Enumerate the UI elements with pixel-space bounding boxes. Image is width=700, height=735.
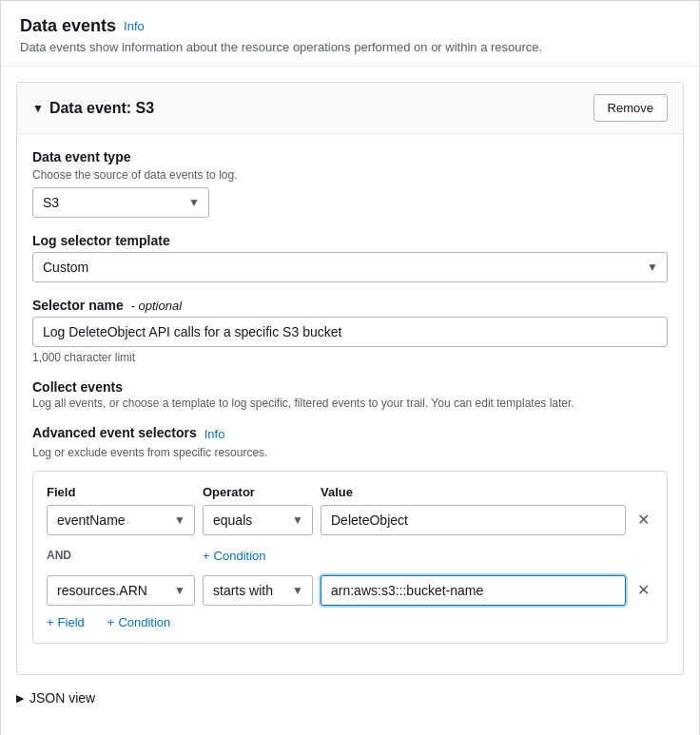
data-event-type-sublabel: Choose the source of data events to log. — [32, 168, 668, 182]
operator-column-header: Operator — [203, 485, 313, 499]
condition-1-label: Condition — [214, 549, 266, 563]
condition-2-plus-icon: + — [107, 615, 115, 629]
and-spacer: AND — [47, 543, 195, 568]
value-input-2[interactable] — [321, 575, 626, 606]
field-select-1[interactable]: eventName resources.ARN — [47, 505, 195, 535]
collapse-icon: ▼ — [32, 102, 44, 115]
value-column-header: Value — [321, 485, 653, 499]
advanced-selectors-section: Advanced event selectors Info Log or exc… — [32, 425, 668, 644]
collect-events-section: Collect events Log all events, or choose… — [32, 379, 668, 410]
selector-row-2: eventName resources.ARN ▼ equals starts … — [47, 575, 653, 606]
data-event-type-select[interactable]: S3 Lambda DynamoDB — [32, 187, 209, 218]
data-event-type-label: Data event type — [32, 149, 668, 164]
card-title: Data event: S3 — [49, 100, 154, 117]
add-field-plus-icon: + — [47, 615, 54, 629]
selector-name-section: Selector name - optional 1,000 character… — [32, 298, 668, 364]
remove-row-2-button[interactable]: ✕ — [633, 583, 653, 598]
remove-row-1-button[interactable]: ✕ — [633, 513, 653, 528]
column-headers: Field Operator Value — [47, 485, 653, 499]
page-container: Data events Info Data events show inform… — [0, 0, 700, 735]
data-event-type-section: Data event type Choose the source of dat… — [32, 149, 668, 218]
field-select-2[interactable]: eventName resources.ARN — [47, 575, 195, 606]
selectors-area: Field Operator Value eventName resources… — [32, 471, 668, 644]
condition-1-plus-icon: + — [203, 549, 210, 563]
field-select-wrapper-2: eventName resources.ARN ▼ — [47, 575, 195, 606]
json-triangle-icon: ▶ — [16, 692, 24, 705]
advanced-selectors-title: Advanced event selectors — [32, 425, 197, 440]
data-event-type-wrapper: S3 Lambda DynamoDB ▼ — [32, 187, 209, 218]
json-view-label: JSON view — [29, 690, 95, 706]
value-input-1[interactable] — [321, 505, 626, 535]
card-header: ▼ Data event: S3 Remove — [17, 83, 683, 134]
page-description: Data events show information about the r… — [20, 40, 680, 54]
collect-events-description: Log all events, or choose a template to … — [32, 397, 668, 410]
add-condition-2-button[interactable]: + Condition — [107, 615, 171, 629]
condition-2-label: Condition — [118, 615, 170, 629]
card-body: Data event type Choose the source of dat… — [17, 134, 683, 674]
selector-name-input[interactable] — [32, 317, 668, 347]
and-label: AND — [47, 549, 195, 562]
log-selector-select[interactable]: Custom All current and future S3 buckets — [32, 252, 668, 282]
log-selector-wrapper: Custom All current and future S3 buckets… — [32, 252, 668, 282]
page-info-link[interactable]: Info — [124, 19, 145, 33]
operator-select-wrapper-1: equals starts with not equals ▼ — [203, 505, 313, 535]
advanced-selectors-description: Log or exclude events from specific reso… — [32, 446, 668, 459]
main-content: ▼ Data event: S3 Remove Data event type … — [1, 82, 699, 735]
operator-select-1[interactable]: equals starts with not equals — [203, 505, 313, 535]
optional-label: - optional — [131, 299, 182, 313]
add-condition-1-button[interactable]: + Condition — [203, 549, 266, 563]
selector-name-label: Selector name - optional — [32, 298, 668, 313]
remove-button[interactable]: Remove — [593, 94, 668, 122]
advanced-selectors-info-link[interactable]: Info — [204, 427, 225, 441]
json-section: ▶ JSON view — [1, 690, 699, 721]
add-field-label: Field — [58, 615, 85, 629]
operator-select-wrapper-2: equals starts with not equals ▼ — [203, 575, 313, 606]
add-field-button[interactable]: + Field — [47, 615, 85, 629]
field-select-wrapper-1: eventName resources.ARN ▼ — [47, 505, 195, 535]
selector-row-1: eventName resources.ARN ▼ equals starts … — [47, 505, 653, 535]
log-selector-label: Log selector template — [32, 233, 668, 248]
collect-events-title: Collect events — [32, 379, 668, 395]
add-row: + Field + Condition — [47, 615, 653, 629]
header-section: Data events Info Data events show inform… — [1, 1, 699, 67]
and-condition-row-1: AND + Condition — [47, 543, 653, 568]
char-limit-label: 1,000 character limit — [32, 351, 668, 364]
data-event-card: ▼ Data event: S3 Remove Data event type … — [16, 82, 684, 675]
json-view-toggle[interactable]: ▶ JSON view — [16, 690, 95, 706]
operator-select-2[interactable]: equals starts with not equals — [203, 575, 313, 606]
field-column-header: Field — [47, 485, 195, 499]
condition-1-wrapper: + Condition — [203, 548, 266, 563]
log-selector-section: Log selector template Custom All current… — [32, 233, 668, 282]
page-title: Data events — [20, 16, 116, 36]
